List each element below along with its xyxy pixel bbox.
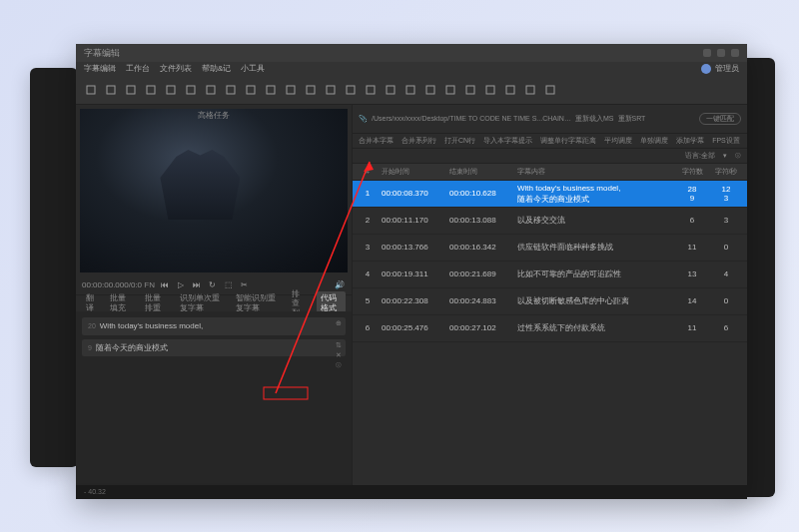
svg-rect-23 (546, 86, 554, 94)
svg-rect-8 (247, 86, 255, 94)
option-item[interactable]: 添加学幕 (676, 137, 704, 145)
table-row[interactable]: 300:00:13.76600:00:16.342供应链软件面临种种多挑战110 (353, 235, 747, 262)
svg-rect-19 (466, 86, 474, 94)
table-row[interactable]: 600:00:25.47600:00:27.102过性系系统下的付款系统116 (353, 315, 747, 342)
filter-bar: 语言:全部▾ ⦾ (353, 149, 747, 164)
toolbar-btn[interactable] (302, 81, 320, 99)
user-menu[interactable]: 管理员 (701, 64, 739, 74)
toolbar-btn[interactable] (162, 81, 180, 99)
option-item[interactable]: 单独调度 (640, 137, 668, 145)
svg-rect-4 (167, 86, 175, 94)
menu-item[interactable]: 小工具 (241, 64, 265, 74)
options-bar: 合并本字幕合并系列行打开CN行导入本字幕提示调整单行字幕距离平均调度单独调度添加… (353, 134, 747, 149)
toolbar-btn[interactable] (142, 81, 160, 99)
option-item[interactable]: 合并本字幕 (359, 137, 394, 145)
player-timecode: 00:00:00.000/0:0 FN (82, 280, 155, 290)
subtitle-editor: 20With today's business model, ⊕ 9随着今天的商… (76, 311, 352, 483)
match-btn[interactable]: 一键匹配 (699, 113, 741, 125)
chevron-down-icon[interactable]: ▾ (723, 152, 727, 160)
avatar-icon (701, 64, 711, 74)
editor-tabs: 翻译批量填充批量排重识别单次重复字幕智能识别重复字幕排查列代码格式 (76, 294, 352, 311)
footer: - 40.32 (76, 485, 747, 499)
subtitle-line[interactable]: 20With today's business model, ⊕ (82, 317, 346, 335)
toolbar-btn[interactable] (362, 81, 380, 99)
lang-filter[interactable]: 语言:全部 (685, 152, 715, 160)
min-btn[interactable] (703, 49, 711, 57)
prev-icon[interactable]: ⏮ (159, 279, 171, 291)
toolbar-btn[interactable] (102, 81, 120, 99)
option-item[interactable]: 导入本字幕提示 (483, 137, 532, 145)
toolbar-btn[interactable] (202, 81, 220, 99)
cut-icon[interactable]: ✂ (239, 279, 251, 291)
toolbar-btn[interactable] (342, 81, 360, 99)
menu-item[interactable]: 文件列表 (160, 64, 192, 74)
toolbar-btn[interactable] (242, 81, 260, 99)
max-btn[interactable] (717, 49, 725, 57)
search-icon[interactable]: ⦾ (735, 152, 741, 160)
window-title: 字幕编辑 (84, 48, 120, 59)
toolbar-btn[interactable] (461, 81, 479, 99)
svg-rect-6 (207, 86, 215, 94)
toolbar-btn[interactable] (182, 81, 200, 99)
left-panel: 高格任务 00:00:00.000/0:0 FN ⏮ ▷ ⏭ ↻ ⬚ ✂ 🔊 翻… (76, 105, 352, 499)
titlebar: 字幕编辑 (76, 44, 747, 62)
menu-item[interactable]: 帮助&记 (202, 64, 231, 74)
svg-rect-7 (227, 86, 235, 94)
sync-icon[interactable]: ⇅ (336, 341, 342, 349)
toolbar-btn[interactable] (382, 81, 400, 99)
svg-rect-10 (287, 86, 295, 94)
toolbar-btn[interactable] (282, 81, 300, 99)
toolbar-btn[interactable] (82, 81, 100, 99)
toolbar-btn[interactable] (401, 81, 419, 99)
table-row[interactable]: 100:00:08.37000:00:10.628With today's bu… (353, 181, 747, 208)
option-item[interactable]: 打开CN行 (444, 137, 475, 145)
svg-rect-21 (506, 86, 514, 94)
marker-icon[interactable]: ⬚ (223, 279, 235, 291)
table-row[interactable]: 400:00:19.31100:00:21.689比如不可靠的产品的可追踪性13… (353, 262, 747, 288)
svg-rect-5 (187, 86, 195, 94)
search-icon[interactable]: ⦾ (336, 361, 342, 369)
toolbar-btn[interactable] (322, 81, 340, 99)
subtitle-line[interactable]: 9随着今天的商业模式 ⇅✕⦾ (82, 339, 346, 357)
del-icon[interactable]: ✕ (336, 351, 342, 359)
attach-icon[interactable]: 📎 (359, 115, 368, 123)
loop-icon[interactable]: ↻ (207, 279, 219, 291)
svg-rect-18 (446, 86, 454, 94)
svg-rect-17 (426, 86, 434, 94)
menu-item[interactable]: 工作台 (126, 64, 150, 74)
toolbar-btn[interactable] (421, 81, 439, 99)
close-btn[interactable] (731, 49, 739, 57)
svg-rect-16 (406, 86, 414, 94)
option-item[interactable]: 合并系列行 (401, 137, 436, 145)
svg-rect-2 (127, 86, 135, 94)
menu-item[interactable]: 字幕编辑 (84, 64, 116, 74)
svg-rect-14 (367, 86, 375, 94)
video-preview[interactable]: 高格任务 (80, 109, 348, 272)
table-row[interactable]: 200:00:11.17000:00:13.088以及移交交流63 (353, 208, 747, 235)
toolbar-btn[interactable] (262, 81, 280, 99)
toolbar-btn[interactable] (521, 81, 539, 99)
svg-rect-22 (526, 86, 534, 94)
toolbar-btn[interactable] (122, 81, 140, 99)
next-icon[interactable]: ⏭ (191, 279, 203, 291)
preview-title: 高格任务 (196, 109, 232, 123)
option-item[interactable]: 平均调度 (604, 137, 632, 145)
toolbar-btn[interactable] (541, 81, 559, 99)
svg-rect-13 (347, 86, 355, 94)
table-header: #开始时间结束时间字幕内容字符数字符/秒 (353, 164, 747, 181)
play-icon[interactable]: ▷ (175, 279, 187, 291)
toolbar-btn[interactable] (222, 81, 240, 99)
vol-icon[interactable]: 🔊 (334, 279, 346, 291)
option-item[interactable]: 调整单行字幕距离 (540, 137, 596, 145)
toolbar-btn[interactable] (501, 81, 519, 99)
right-panel: 📎 /Users/xxx/xxxx/Desktop/TIME TO CODE N… (352, 105, 747, 499)
reloadsrt-btn[interactable]: 重新SRT (618, 115, 646, 123)
svg-rect-11 (307, 86, 315, 94)
reload-btn[interactable]: 重新载入MS (575, 115, 614, 123)
table-row[interactable]: 500:00:22.30800:00:24.883以及被切断敏感色库的中心距离1… (353, 288, 747, 315)
toolbar-btn[interactable] (441, 81, 459, 99)
option-item[interactable]: FPS设置 (712, 137, 740, 145)
svg-rect-15 (387, 86, 395, 94)
toolbar-btn[interactable] (481, 81, 499, 99)
lock-icon[interactable]: ⊕ (336, 319, 342, 327)
